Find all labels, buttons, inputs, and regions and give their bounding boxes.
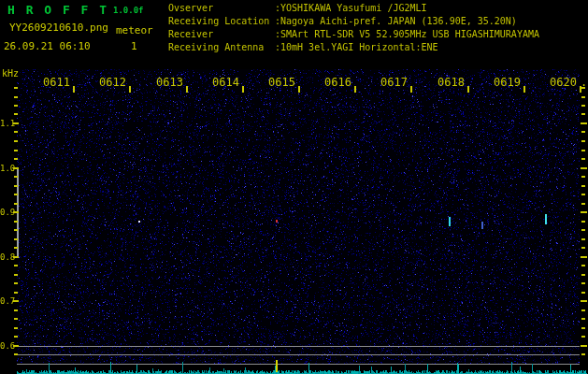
y-axis-minor-tick xyxy=(14,327,18,329)
y-axis-minor-tick-right xyxy=(581,158,585,160)
y-axis-minor-tick-right xyxy=(581,238,585,240)
y-axis-major-tick xyxy=(13,345,19,347)
freq-axis-unit: kHz xyxy=(2,68,19,79)
y-axis-minor-tick-right xyxy=(581,140,585,142)
y-axis-minor-tick-right xyxy=(581,265,585,266)
x-axis-tick xyxy=(129,86,131,93)
y-axis-minor-tick-right xyxy=(581,282,585,284)
y-axis-minor-tick xyxy=(14,282,18,284)
y-axis-major-tick xyxy=(13,300,19,302)
y-axis-minor-tick-right xyxy=(581,131,585,133)
y-axis-minor-tick-right xyxy=(581,96,585,98)
y-axis-minor-tick-right xyxy=(581,150,585,151)
x-axis-label: 0611 xyxy=(40,76,70,89)
y-axis-major-tick xyxy=(13,211,19,213)
y-axis-minor-tick-right xyxy=(581,327,585,329)
y-axis-minor-tick xyxy=(14,274,18,276)
x-axis-tick xyxy=(298,86,300,93)
station-info-row: Ovserver:YOSHIKAWA Yasufumi /JG2MLI xyxy=(168,2,539,15)
y-axis-minor-tick xyxy=(14,113,18,115)
y-axis-minor-tick xyxy=(14,221,18,223)
y-axis-major-tick xyxy=(13,256,19,258)
y-axis-minor-tick xyxy=(14,336,18,338)
x-axis-tick xyxy=(523,86,525,93)
station-info-label: Receiver xyxy=(168,28,275,41)
x-axis-tick xyxy=(354,86,356,93)
y-axis-minor-tick-right xyxy=(581,318,585,320)
y-axis-major-tick-right xyxy=(581,122,587,124)
station-info-value: :Nagoya Aichi-pref. JAPAN (136.90E, 35.2… xyxy=(275,16,517,26)
y-axis-minor-tick-right xyxy=(581,247,585,249)
y-axis-minor-tick xyxy=(14,158,18,160)
x-axis-tick xyxy=(242,86,244,93)
y-axis-minor-tick xyxy=(14,150,18,151)
y-axis-minor-tick xyxy=(14,318,18,320)
x-axis-label: 0615 xyxy=(265,76,295,89)
x-axis-tick xyxy=(186,86,188,93)
y-axis-minor-tick xyxy=(14,105,18,107)
x-axis-tick xyxy=(467,86,469,93)
x-axis-label: 0620 xyxy=(547,76,577,89)
y-axis-minor-tick xyxy=(14,176,18,178)
y-axis-minor-tick-right xyxy=(581,274,585,276)
y-axis-minor-tick-right xyxy=(581,309,585,311)
y-axis-minor-tick xyxy=(14,203,18,205)
unit-count: 1 xyxy=(131,40,137,52)
station-info-label: Receiving Location xyxy=(168,15,275,28)
y-axis-minor-tick xyxy=(14,309,18,311)
y-axis-major-tick-right xyxy=(581,167,587,169)
y-axis-minor-tick-right xyxy=(581,353,585,355)
x-axis-tick xyxy=(73,86,75,93)
y-axis-minor-tick xyxy=(14,131,18,133)
y-axis-label: 1.1 xyxy=(0,119,12,128)
y-axis-major-tick-right xyxy=(581,345,587,347)
y-axis-minor-tick-right xyxy=(581,292,585,294)
y-axis-minor-tick-right xyxy=(581,229,585,231)
station-info-value: :SMArt RTL-SDR V5 52.905MHz USB HIGASHIM… xyxy=(275,29,539,39)
hrofft-window: H R O F F T 1.0.0f YY2609210610.png mete… xyxy=(0,0,588,374)
y-axis-minor-tick xyxy=(14,194,18,195)
x-axis-label: 0618 xyxy=(435,76,465,89)
x-axis-tick xyxy=(410,86,412,93)
y-axis-minor-tick-right xyxy=(581,113,585,115)
y-axis-minor-tick xyxy=(14,353,18,355)
y-axis-minor-tick-right xyxy=(581,105,585,107)
y-axis-minor-tick-right xyxy=(581,221,585,223)
station-info-block: Ovserver:YOSHIKAWA Yasufumi /JG2MLIRecei… xyxy=(168,2,539,54)
y-axis-label: 0.8 xyxy=(0,252,12,262)
y-axis-minor-tick xyxy=(14,140,18,142)
station-info-value: :YOSHIKAWA Yasufumi /JG2MLI xyxy=(275,3,427,13)
station-info-value: :10mH 3el.YAGI Horizontal:ENE xyxy=(275,42,438,52)
app-title: H R O F F T xyxy=(7,3,108,17)
y-axis-minor-tick xyxy=(14,87,18,89)
y-axis-minor-tick-right xyxy=(581,185,585,187)
x-axis-label: 0617 xyxy=(378,76,408,89)
mode-label: meteor xyxy=(116,24,153,36)
y-axis-minor-tick-right xyxy=(581,87,585,89)
x-axis-label: 0619 xyxy=(491,76,521,89)
output-filename: YY2609210610.png xyxy=(9,22,108,34)
station-info-label: Receiving Antenna xyxy=(168,41,275,54)
y-axis-minor-tick xyxy=(14,96,18,98)
spectrogram-canvas xyxy=(0,0,588,374)
y-axis-minor-tick xyxy=(14,265,18,266)
y-axis-label: 0.6 xyxy=(0,341,12,351)
y-axis-label: 0.9 xyxy=(0,208,12,217)
y-axis-minor-tick-right xyxy=(581,203,585,205)
y-axis-minor-tick-right xyxy=(581,176,585,178)
x-axis-label: 0613 xyxy=(153,76,183,89)
y-axis-minor-tick xyxy=(14,292,18,294)
station-info-row: Receiving Location:Nagoya Aichi-pref. JA… xyxy=(168,15,539,28)
x-axis-label: 0612 xyxy=(96,76,126,89)
y-axis-minor-tick-right xyxy=(581,194,585,195)
app-version: 1.0.0f xyxy=(113,6,144,15)
y-axis-major-tick xyxy=(13,167,19,169)
y-axis-major-tick-right xyxy=(581,256,587,258)
y-axis-label: 0.7 xyxy=(0,296,12,306)
y-axis-major-tick-right xyxy=(581,211,587,213)
y-axis-major-tick xyxy=(13,122,19,124)
y-axis-minor-tick xyxy=(14,229,18,231)
y-axis-minor-tick xyxy=(14,247,18,249)
observation-datetime: 26.09.21 06:10 xyxy=(4,40,91,52)
station-info-row: Receiving Antenna:10mH 3el.YAGI Horizont… xyxy=(168,41,539,54)
